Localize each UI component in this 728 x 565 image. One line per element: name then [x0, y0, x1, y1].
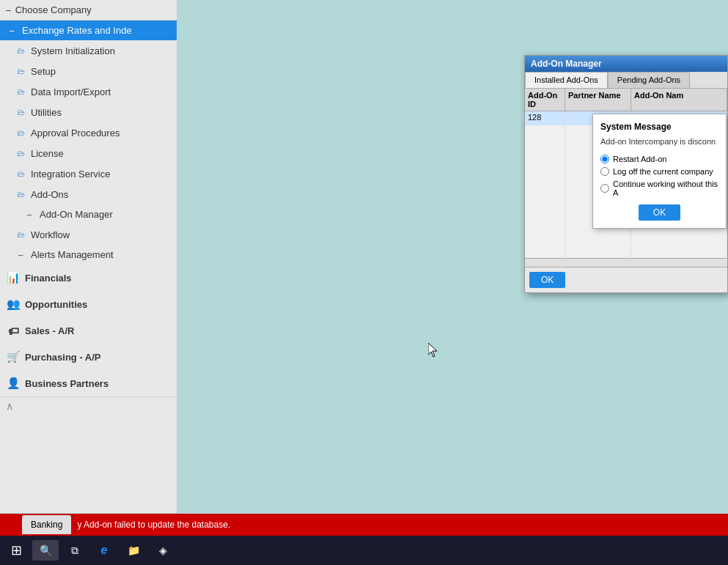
- folder-icon-approval: 🗁: [15, 127, 26, 139]
- addon-manager-titlebar: Add-On Manager: [525, 56, 727, 72]
- table-header: Add-On ID Partner Name Add-On Nam: [525, 89, 727, 111]
- sidebar-opportunities[interactable]: 👥 Opportunities: [0, 291, 177, 317]
- sales-label: Sales - A/R: [25, 325, 74, 336]
- folder-icon[interactable]: 📁: [120, 539, 147, 562]
- cell-addon-id: 128: [525, 111, 565, 126]
- sidebar-scroll-bottom: ∧: [0, 396, 177, 415]
- workflow-label: Workflow: [31, 229, 70, 240]
- folder-icon-addons: 🗁: [15, 188, 26, 200]
- setup-label: Setup: [31, 66, 56, 77]
- folder-icon-setup: 🗁: [15, 65, 26, 77]
- sidebar-exchange-rates[interactable]: – Exchange Rates and Inde: [0, 21, 177, 40]
- sidebar-system-init[interactable]: 🗁 System Initialization: [0, 40, 177, 61]
- alerts-label: Alerts Management: [31, 249, 114, 260]
- integration-label: Integration Service: [31, 169, 110, 180]
- sidebar-addon-manager[interactable]: – Add-On Manager: [0, 204, 177, 224]
- folder-icon-utilities: 🗁: [15, 106, 26, 118]
- sidebar-business-partners[interactable]: 👤 Business Partners: [0, 370, 177, 396]
- minus-icon-exchange: –: [6, 26, 18, 36]
- sidebar: – Choose Company – Exchange Rates and In…: [0, 0, 177, 513]
- folder-icon-data-import: 🗁: [15, 86, 26, 97]
- financials-icon: 📊: [6, 270, 21, 285]
- sidebar-workflow[interactable]: 🗁 Workflow: [0, 224, 177, 245]
- approval-label: Approval Procedures: [31, 128, 120, 139]
- tab-installed-addons[interactable]: Installed Add-Ons: [525, 72, 608, 88]
- utilities-label: Utilities: [31, 107, 62, 118]
- addons-label: Add-Ons: [31, 189, 68, 200]
- radio-restart[interactable]: Restart Add-on: [600, 155, 718, 163]
- folder-icon-integration: 🗁: [15, 168, 26, 180]
- opportunities-icon: 👥: [6, 297, 21, 311]
- purchasing-icon: 🛒: [6, 350, 21, 364]
- app-icon[interactable]: ◈: [150, 539, 176, 562]
- dash-icon-addon-manager: –: [23, 210, 35, 220]
- col-addon-id: Add-On ID: [525, 89, 565, 111]
- sidebar-setup[interactable]: 🗁 Setup: [0, 61, 177, 81]
- error-text: y Add-on failed to update the database.: [77, 520, 230, 530]
- business-partners-icon: 👤: [6, 376, 21, 391]
- ie-icon[interactable]: e: [91, 539, 117, 562]
- sidebar-financials[interactable]: 📊 Financials: [0, 265, 177, 291]
- addon-manager-ok-button[interactable]: OK: [529, 272, 565, 288]
- dash-icon-alerts: –: [15, 250, 26, 260]
- col-addon-name: Add-On Nam: [631, 89, 727, 111]
- sidebar-sales[interactable]: 🏷 Sales - A/R: [0, 317, 177, 344]
- purchasing-label: Purchasing - A/P: [25, 352, 101, 363]
- sidebar-data-import[interactable]: 🗁 Data Import/Export: [0, 81, 177, 102]
- status-bar: Banking y Add-on failed to update the da…: [0, 514, 728, 536]
- radio-logoff-label: Log off the current company: [613, 167, 713, 176]
- addon-manager-nav-label: Add-On Manager: [40, 209, 113, 220]
- folder-icon-workflow: 🗁: [15, 229, 26, 240]
- radio-continue-label: Continue working without this A: [613, 180, 718, 197]
- folder-icon-license: 🗁: [15, 147, 26, 159]
- system-message-ok-button[interactable]: OK: [639, 204, 680, 221]
- sidebar-purchasing[interactable]: 🛒 Purchasing - A/P: [0, 344, 177, 370]
- addon-manager-tabs: Installed Add-Ons Pending Add-Ons: [525, 72, 727, 89]
- sidebar-alerts[interactable]: – Alerts Management: [0, 245, 177, 265]
- sidebar-approval[interactable]: 🗁 Approval Procedures: [0, 122, 177, 143]
- opportunities-label: Opportunities: [25, 299, 87, 310]
- start-button[interactable]: ⊞: [3, 539, 29, 562]
- sidebar-addons[interactable]: 🗁 Add-Ons: [0, 184, 177, 204]
- system-message-title: System Message: [600, 122, 718, 132]
- chevron-down-icon: ∧: [6, 400, 13, 412]
- radio-logoff[interactable]: Log off the current company: [600, 167, 718, 176]
- taskbar: ⊞ 🔍 ⧉ e 📁 ◈: [0, 536, 728, 565]
- choose-company-label: Choose Company: [15, 4, 92, 15]
- banking-tab[interactable]: Banking: [22, 515, 71, 534]
- sidebar-license[interactable]: 🗁 License: [0, 143, 177, 163]
- col-partner-name: Partner Name: [565, 89, 631, 111]
- radio-restart-label: Restart Add-on: [613, 155, 666, 163]
- business-partners-label: Business Partners: [25, 378, 109, 389]
- sales-icon: 🏷: [6, 323, 21, 338]
- financials-label: Financials: [25, 273, 72, 284]
- scrollbar-horizontal[interactable]: [525, 258, 727, 267]
- dialog-footer: OK: [525, 267, 727, 292]
- minus-icon: –: [6, 5, 11, 15]
- search-button[interactable]: 🔍: [32, 540, 59, 561]
- data-import-label: Data Import/Export: [31, 86, 111, 97]
- radio-continue[interactable]: Continue working without this A: [600, 180, 718, 197]
- tab-pending-addons[interactable]: Pending Add-Ons: [608, 72, 690, 88]
- system-message-dialog: System Message Add-on Intercompany is di…: [592, 114, 727, 229]
- task-view-button[interactable]: ⧉: [62, 539, 88, 562]
- sidebar-choose-company[interactable]: – Choose Company: [0, 0, 177, 21]
- radio-continue-input[interactable]: [600, 184, 609, 193]
- exchange-rates-label: Exchange Rates and Inde: [22, 25, 132, 36]
- addon-manager-title: Add-On Manager: [531, 59, 602, 69]
- radio-logoff-input[interactable]: [600, 167, 609, 176]
- radio-restart-input[interactable]: [600, 155, 609, 163]
- sidebar-utilities[interactable]: 🗁 Utilities: [0, 102, 177, 122]
- system-message-text: Add-on Intercompany is disconn: [600, 136, 718, 147]
- folder-icon-system-init: 🗁: [15, 45, 26, 56]
- system-init-label: System Initialization: [31, 45, 115, 56]
- license-label: License: [31, 148, 64, 159]
- sidebar-integration[interactable]: 🗁 Integration Service: [0, 163, 177, 184]
